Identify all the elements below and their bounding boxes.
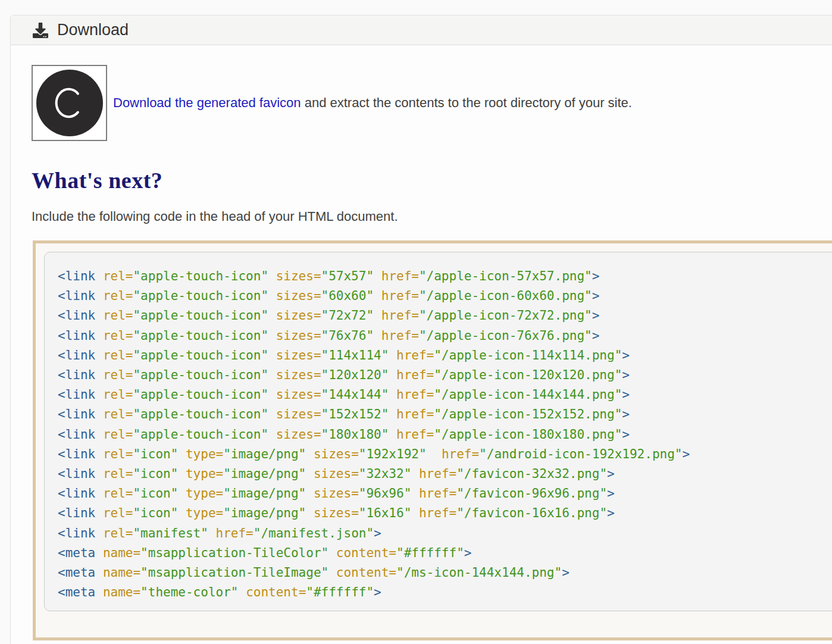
code-line: <link rel="apple-touch-icon" sizes="180x… [58,425,832,445]
code-line: <link rel="manifest" href="/manifest.jso… [58,524,832,543]
code-line: <link rel="apple-touch-icon" sizes="72x7… [58,306,832,326]
favicon-letter-c [52,84,87,122]
code-line: <link rel="apple-touch-icon" sizes="114x… [58,346,832,365]
code-line: <meta name="theme-color" content="#fffff… [58,583,832,602]
code-line: <link rel="icon" type="image/png" sizes=… [58,504,832,523]
download-instruction: Download the generated favicon and extra… [113,95,632,111]
code-instruction-text: Include the following code in the head o… [32,209,832,224]
panel-body: Download the generated favicon and extra… [11,45,832,640]
favicon-row: Download the generated favicon and extra… [32,65,832,141]
whats-next-heading: What's next? [32,167,832,193]
panel-title: Download [57,22,129,38]
download-panel: Download Download the generated favicon … [10,15,832,644]
code-line: <link rel="icon" type="image/png" sizes=… [58,445,832,464]
favicon-circle [36,70,103,136]
code-line: <link rel="apple-touch-icon" sizes="60x6… [58,286,832,306]
code-block: <link rel="apple-touch-icon" sizes="57x5… [44,252,832,611]
code-container: <link rel="apple-touch-icon" sizes="57x5… [33,240,832,640]
download-favicon-link[interactable]: Download the generated favicon [113,95,301,110]
code-lines: <link rel="apple-touch-icon" sizes="57x5… [58,267,832,602]
download-instruction-rest: and extract the contents to the root dir… [301,95,632,110]
code-line: <meta name="msapplication-TileColor" con… [58,543,832,563]
code-line: <link rel="icon" type="image/png" sizes=… [58,464,832,484]
favicon-preview [32,65,107,141]
code-line: <link rel="apple-touch-icon" sizes="152x… [58,405,832,424]
download-icon [33,23,48,38]
code-line: <link rel="icon" type="image/png" sizes=… [58,484,832,504]
code-line: <link rel="apple-touch-icon" sizes="120x… [58,365,832,385]
code-line: <meta name="msapplication-TileImage" con… [58,563,832,583]
code-line: <link rel="apple-touch-icon" sizes="144x… [58,385,832,405]
code-line: <link rel="apple-touch-icon" sizes="57x5… [58,267,832,286]
code-line: <link rel="apple-touch-icon" sizes="76x7… [58,326,832,346]
panel-header: Download [11,15,832,45]
